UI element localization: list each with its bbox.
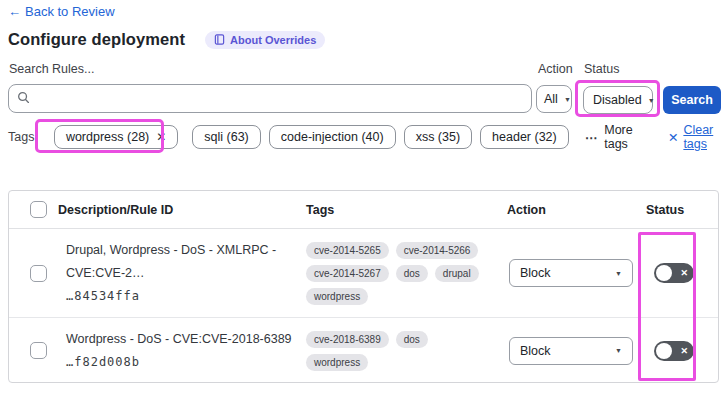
chevron-down-icon: ▼ xyxy=(564,96,571,103)
rule-tag: cve-2014-5267 xyxy=(306,265,389,282)
action-select-value: Block xyxy=(520,266,551,280)
rule-description: Wordpress - DoS - CVE:CVE-2018-6389 xyxy=(66,328,306,351)
action-select[interactable]: Block ▼ xyxy=(509,259,633,287)
rule-tag: cve-2018-6389 xyxy=(306,331,389,348)
table-row: Drupal, Wordpress - DoS - XMLRPC - CVE:C… xyxy=(9,229,718,318)
toggle-knob xyxy=(656,343,672,359)
book-icon xyxy=(214,34,225,45)
tags-filter-bar: Tags: wordpress (28) ✕ sqli (63) code-in… xyxy=(8,123,725,151)
status-toggle[interactable]: ✕ xyxy=(654,341,694,361)
about-overrides-badge[interactable]: About Overrides xyxy=(205,31,325,49)
chevron-down-icon: ▼ xyxy=(615,347,622,354)
chevron-down-icon: ▼ xyxy=(615,270,622,277)
rule-tag: cve-2014-5265 xyxy=(306,242,389,259)
select-all-checkbox[interactable] xyxy=(30,201,47,218)
search-icon xyxy=(17,90,30,108)
about-badge-label: About Overrides xyxy=(230,34,316,46)
rule-description: Drupal, Wordpress - DoS - XMLRPC - CVE:C… xyxy=(66,239,306,285)
back-to-review-link[interactable]: ←Back to Review xyxy=(8,4,115,19)
rule-tag: wordpress xyxy=(306,288,368,305)
clear-tags-label: Clear tags xyxy=(683,123,725,151)
rules-table: Description/Rule ID Tags Action Status D… xyxy=(8,190,719,383)
ellipsis-icon: ⋯ xyxy=(585,130,599,145)
tag-filter-xss[interactable]: xss (35) xyxy=(404,125,472,149)
rule-tag: dos xyxy=(396,331,428,348)
search-rules-label: Search Rules... xyxy=(9,62,94,76)
more-tags-label: More tags xyxy=(604,123,644,151)
more-tags-button[interactable]: ⋯ More tags xyxy=(585,123,644,151)
rule-id: …f82d008b xyxy=(66,351,306,374)
rule-tag: cve-2014-5266 xyxy=(396,242,479,259)
back-arrow-icon: ← xyxy=(8,4,21,19)
col-header-tags: Tags xyxy=(306,203,507,217)
toggle-knob xyxy=(656,265,672,281)
remove-tag-icon[interactable]: ✕ xyxy=(156,130,166,144)
search-rules-input-wrap xyxy=(8,84,532,113)
search-button[interactable]: Search xyxy=(663,86,721,114)
col-header-status: Status xyxy=(646,203,718,217)
chevron-down-icon: ▼ xyxy=(648,97,655,104)
tag-filter-sqli[interactable]: sqli (63) xyxy=(192,125,260,149)
clear-tags-button[interactable]: ✕ Clear tags xyxy=(668,123,725,151)
status-toggle[interactable]: ✕ xyxy=(654,263,694,283)
action-filter-label: Action xyxy=(538,62,573,76)
action-filter-dropdown[interactable]: All ▼ xyxy=(536,85,572,113)
clear-x-icon: ✕ xyxy=(668,130,678,145)
toggle-off-icon: ✕ xyxy=(680,268,688,278)
action-select-value: Block xyxy=(520,344,551,358)
row-checkbox[interactable] xyxy=(30,265,47,282)
configure-deployment-page: ←Back to Review Configure deployment Abo… xyxy=(0,0,725,406)
row-checkbox[interactable] xyxy=(30,342,47,359)
table-header-row: Description/Rule ID Tags Action Status xyxy=(9,191,718,229)
search-rules-input[interactable] xyxy=(36,92,523,106)
rule-tag: drupal xyxy=(435,265,479,282)
action-filter-value: All xyxy=(544,92,558,106)
status-filter-label: Status xyxy=(584,62,619,76)
rule-tag: wordpress xyxy=(306,354,368,371)
rule-tag: dos xyxy=(396,265,428,282)
tag-filter-label: wordpress (28) xyxy=(66,130,149,144)
rule-id: …84534ffa xyxy=(66,285,306,308)
tags-label: Tags: xyxy=(8,130,38,144)
back-link-label: Back to Review xyxy=(25,4,115,19)
table-row: Wordpress - DoS - CVE:CVE-2018-6389 …f82… xyxy=(9,318,718,383)
status-filter-dropdown[interactable]: Disabled ▼ xyxy=(583,86,653,114)
tag-filter-header[interactable]: header (32) xyxy=(480,125,569,149)
toggle-off-icon: ✕ xyxy=(680,346,688,356)
status-filter-value: Disabled xyxy=(593,93,642,107)
action-select[interactable]: Block ▼ xyxy=(509,337,633,365)
page-title: Configure deployment xyxy=(8,30,185,49)
tag-filter-code-injection[interactable]: code-injection (40) xyxy=(269,125,396,149)
tag-filter-wordpress[interactable]: wordpress (28) ✕ xyxy=(54,125,178,149)
col-header-description: Description/Rule ID xyxy=(58,203,306,217)
col-header-action: Action xyxy=(507,203,646,217)
